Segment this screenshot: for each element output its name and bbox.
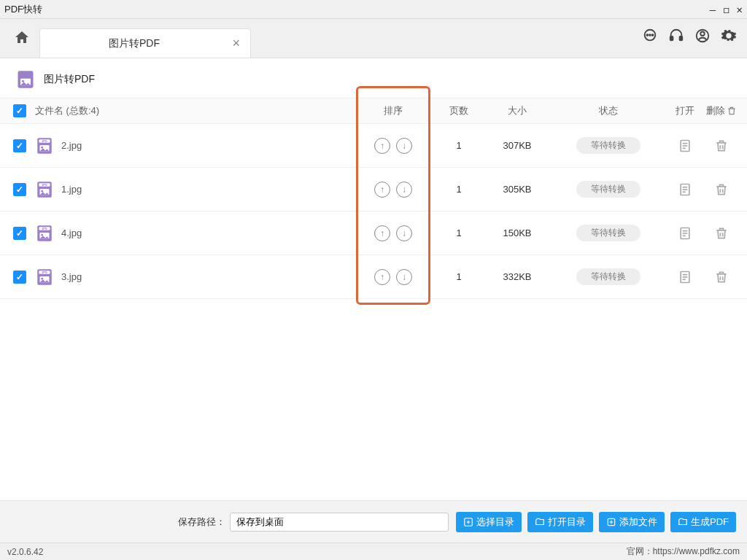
svg-point-10	[22, 80, 24, 82]
col-status: 状态	[550, 104, 667, 117]
delete-file-button[interactable]	[703, 270, 740, 284]
tab-label: 图片转PDF	[40, 37, 228, 50]
open-file-button[interactable]	[667, 139, 703, 153]
jpg-file-icon: JPG	[35, 224, 54, 243]
minimize-button[interactable]: —	[710, 4, 716, 15]
svg-text:JPG: JPG	[42, 271, 47, 274]
svg-rect-4	[670, 36, 673, 40]
open-file-button[interactable]	[667, 270, 703, 284]
page-count: 1	[433, 140, 484, 151]
file-size: 332KB	[484, 271, 550, 282]
file-size: 305KB	[484, 184, 550, 195]
file-name: 3.jpg	[61, 271, 82, 282]
open-file-button[interactable]	[667, 226, 703, 241]
site-info: 官网：https://www.pdfkz.com	[627, 545, 740, 558]
choose-dir-button[interactable]: 选择目录	[456, 512, 522, 532]
move-up-button[interactable]: ↑	[374, 182, 390, 198]
move-down-button[interactable]: ↓	[396, 225, 412, 241]
row-checkbox[interactable]	[13, 183, 26, 196]
col-filename: 文件名 (总数:4)	[35, 104, 353, 117]
close-button[interactable]: ✕	[737, 4, 743, 15]
save-path-label: 保存路径：	[178, 516, 225, 529]
gear-icon[interactable]	[721, 28, 737, 46]
window-controls: — ◻ ✕	[710, 4, 743, 15]
status-badge: 等待转换	[576, 137, 640, 154]
page-count: 1	[433, 184, 484, 195]
page-header: 图片转PDF	[0, 58, 747, 98]
svg-point-1	[646, 34, 648, 36]
tab-image-to-pdf[interactable]: 图片转PDF ×	[39, 28, 251, 58]
delete-file-button[interactable]	[703, 226, 740, 241]
version-label: v2.0.6.42	[7, 547, 43, 557]
jpg-file-icon: JPG	[35, 268, 54, 287]
file-size: 150KB	[484, 228, 550, 238]
file-name: 1.jpg	[61, 184, 82, 195]
col-pages: 页数	[433, 104, 484, 117]
site-link[interactable]: https://www.pdfkz.com	[653, 546, 740, 556]
status-badge: 等待转换	[576, 268, 640, 285]
tab-close-button[interactable]: ×	[232, 36, 240, 51]
move-down-button[interactable]: ↓	[396, 269, 412, 285]
headset-icon[interactable]	[668, 28, 684, 46]
table-row: JPG1.jpg↑↓1305KB等待转换	[0, 168, 747, 211]
statusbar: v2.0.6.42 官网：https://www.pdfkz.com	[0, 542, 747, 560]
col-open: 打开	[667, 104, 703, 117]
jpg-file-icon: JPG	[35, 180, 54, 199]
home-button[interactable]	[7, 23, 36, 52]
svg-point-33	[41, 233, 43, 236]
svg-point-3	[652, 34, 654, 36]
chat-icon[interactable]	[642, 28, 658, 46]
page-count: 1	[433, 228, 484, 238]
row-checkbox[interactable]	[13, 271, 26, 284]
titlebar: PDF快转 — ◻ ✕	[0, 0, 747, 19]
svg-point-15	[41, 146, 43, 148]
page-count: 1	[433, 271, 484, 282]
svg-text:JPG: JPG	[42, 184, 47, 187]
row-checkbox[interactable]	[13, 227, 26, 240]
svg-point-2	[649, 34, 651, 36]
delete-file-button[interactable]	[703, 139, 740, 153]
trash-icon[interactable]	[727, 106, 737, 116]
jpg-file-icon: JPG	[35, 136, 54, 155]
add-file-button[interactable]: 添加文件	[599, 512, 665, 532]
col-sort: 排序	[353, 104, 433, 117]
move-down-button[interactable]: ↓	[396, 182, 412, 198]
col-delete: 删除	[703, 104, 740, 117]
delete-file-button[interactable]	[703, 182, 740, 197]
move-up-button[interactable]: ↑	[374, 225, 390, 241]
status-badge: 等待转换	[576, 181, 640, 198]
select-all-checkbox[interactable]	[13, 104, 26, 117]
table-row: JPG4.jpg↑↓1150KB等待转换	[0, 211, 747, 255]
file-size: 307KB	[484, 140, 550, 151]
svg-rect-5	[680, 36, 683, 40]
svg-text:JPG: JPG	[42, 228, 47, 230]
svg-text:JPG: JPG	[42, 140, 47, 143]
move-down-button[interactable]: ↓	[396, 138, 412, 154]
file-name: 2.jpg	[61, 140, 82, 151]
row-checkbox[interactable]	[13, 139, 26, 152]
svg-point-42	[41, 277, 43, 279]
window-title: PDF快转	[4, 3, 42, 16]
open-dir-button[interactable]: 打开目录	[527, 512, 593, 532]
save-path-input[interactable]	[230, 513, 449, 532]
move-up-button[interactable]: ↑	[374, 269, 390, 285]
move-up-button[interactable]: ↑	[374, 138, 390, 154]
table-row: JPG2.jpg↑↓1307KB等待转换	[0, 124, 747, 168]
user-icon[interactable]	[694, 28, 711, 46]
table-header: 文件名 (总数:4) 排序 页数 大小 状态 打开 删除	[0, 98, 747, 124]
page-title: 图片转PDF	[44, 73, 95, 86]
footer-bar: 保存路径： 选择目录 打开目录 添加文件 生成PDF	[0, 500, 747, 542]
col-size: 大小	[484, 104, 550, 117]
pdf-icon	[15, 69, 36, 90]
open-file-button[interactable]	[667, 182, 703, 197]
svg-point-24	[41, 190, 43, 192]
file-name: 4.jpg	[61, 228, 82, 238]
table-row: JPG3.jpg↑↓1332KB等待转换	[0, 255, 747, 299]
maximize-button[interactable]: ◻	[723, 4, 729, 15]
toolbar: 图片转PDF ×	[0, 19, 747, 58]
svg-point-7	[700, 32, 705, 36]
status-badge: 等待转换	[576, 225, 640, 241]
generate-pdf-button[interactable]: 生成PDF	[670, 512, 736, 532]
